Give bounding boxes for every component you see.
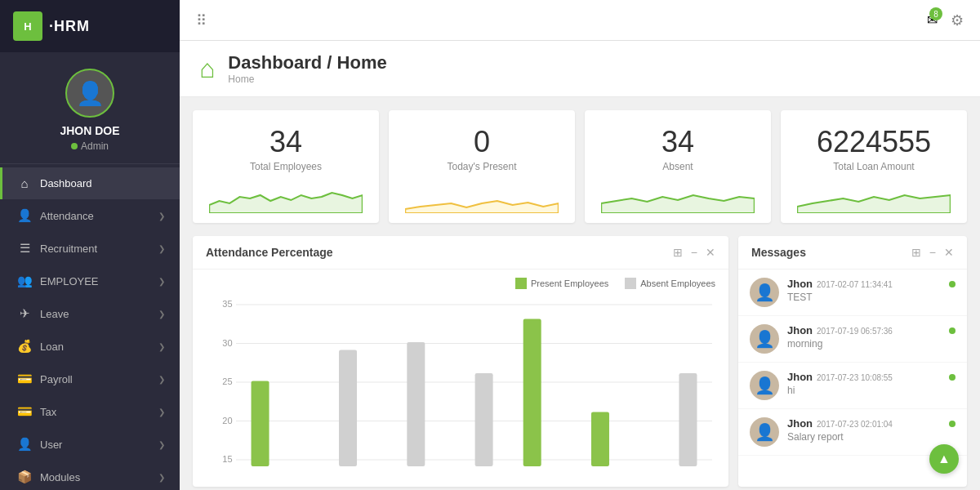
scroll-up-button[interactable]: ▲ bbox=[929, 444, 959, 474]
nav-arrow-tax: ❯ bbox=[158, 408, 165, 416]
message-unread-dot bbox=[949, 421, 956, 427]
sidebar-item-loan[interactable]: 💰 Loan ❯ bbox=[0, 330, 180, 363]
minimize-icon[interactable]: − bbox=[691, 246, 697, 259]
nav-icon-payroll: 💳 bbox=[17, 372, 32, 386]
message-item[interactable]: 👤 Jhon 2017-02-07 11:34:41 TEST bbox=[738, 270, 967, 316]
stat-label: Total Loan Amount bbox=[833, 161, 914, 172]
message-item[interactable]: 👤 Jhon 2017-07-23 10:08:55 hi bbox=[738, 363, 967, 409]
page-title: Dashboard / Home bbox=[228, 52, 386, 74]
nav-icon-user: 👤 bbox=[17, 437, 32, 452]
sidebar-item-dashboard[interactable]: ⌂ Dashboard bbox=[0, 167, 180, 199]
messages-title: Messages bbox=[751, 246, 806, 259]
message-content: Jhon 2017-07-23 02:01:04 Salary report bbox=[787, 417, 941, 443]
legend-label: Absent Employees bbox=[640, 278, 715, 288]
nav-label-payroll: Payroll bbox=[40, 373, 73, 385]
legend-color bbox=[625, 278, 636, 289]
message-time: 2017-07-19 06:57:36 bbox=[817, 327, 893, 336]
sidebar-item-attendance[interactable]: 👤 Attendance ❯ bbox=[0, 199, 180, 232]
nav-arrow-loan: ❯ bbox=[158, 342, 165, 351]
sidebar-item-recruitment[interactable]: ☰ Recruitment ❯ bbox=[0, 232, 180, 265]
page-title-block: Dashboard / Home Home bbox=[228, 52, 386, 85]
stat-card: 6224555 Total Loan Amount bbox=[781, 110, 967, 223]
message-text: TEST bbox=[787, 292, 941, 303]
message-sender: Jhon bbox=[787, 324, 813, 336]
nav-label-leave: Leave bbox=[40, 308, 69, 320]
gear-icon[interactable]: ⚙ bbox=[951, 11, 964, 29]
sparkline bbox=[797, 180, 951, 213]
logo-icon: H bbox=[13, 11, 42, 41]
logo-text: ·HRM bbox=[49, 18, 90, 35]
close-icon[interactable]: ✕ bbox=[944, 246, 954, 259]
stat-card: 34 Absent bbox=[585, 110, 771, 223]
sidebar-item-employee[interactable]: 👥 EMPLOYEE ❯ bbox=[0, 265, 180, 297]
sidebar-item-modules[interactable]: 📦 Modules ❯ bbox=[0, 461, 180, 490]
sidebar-item-tax[interactable]: 💳 Tax ❯ bbox=[0, 395, 180, 428]
bar-absent bbox=[679, 373, 697, 466]
legend-label: Present Employees bbox=[531, 278, 608, 288]
attendance-title: Attendance Percentage bbox=[206, 246, 333, 259]
sidebar-item-user[interactable]: 👤 User ❯ bbox=[0, 428, 180, 461]
messages-header: Messages ⊞ − ✕ bbox=[738, 236, 967, 270]
svg-text:15: 15 bbox=[222, 454, 232, 464]
sidebar-logo[interactable]: H ·HRM bbox=[0, 0, 180, 52]
nav-label-tax: Tax bbox=[40, 406, 56, 418]
bar-present bbox=[252, 381, 270, 467]
message-unread-dot bbox=[949, 281, 956, 287]
message-header: Jhon 2017-07-23 10:08:55 bbox=[787, 371, 941, 383]
message-avatar: 👤 bbox=[750, 278, 779, 307]
svg-text:20: 20 bbox=[222, 416, 232, 425]
message-text: hi bbox=[787, 385, 941, 396]
message-content: Jhon 2017-07-23 10:08:55 hi bbox=[787, 371, 941, 396]
minimize-icon[interactable]: − bbox=[929, 246, 936, 259]
sidebar-profile: 👤 JHON DOE Admin bbox=[0, 52, 180, 164]
page-breadcrumb: Home bbox=[228, 74, 386, 85]
dashboard-content: 34 Total Employees 0 Today's Present 34 … bbox=[180, 97, 980, 490]
expand-icon[interactable]: ⊞ bbox=[673, 246, 683, 259]
stat-number: 6224555 bbox=[817, 125, 931, 159]
sidebar-item-leave[interactable]: ✈ Leave ❯ bbox=[0, 297, 180, 330]
svg-text:35: 35 bbox=[222, 299, 232, 309]
nav-icon-employee: 👥 bbox=[17, 274, 32, 288]
nav-label-loan: Loan bbox=[40, 341, 64, 353]
profile-role: Admin bbox=[71, 140, 109, 152]
bottom-row: Attendance Percentage ⊞ − ✕ Present Empl… bbox=[193, 236, 967, 487]
message-item[interactable]: 👤 Jhon 2017-07-19 06:57:36 morning bbox=[738, 316, 967, 363]
message-time: 2017-02-07 11:34:41 bbox=[817, 280, 893, 289]
legend-color bbox=[515, 278, 527, 289]
nav-icon-loan: 💰 bbox=[17, 339, 32, 354]
grid-icon[interactable]: ⠿ bbox=[196, 11, 207, 29]
attendance-panel: Attendance Percentage ⊞ − ✕ Present Empl… bbox=[193, 236, 728, 487]
topbar-right: ✉ 8 ⚙ bbox=[927, 11, 964, 29]
legend-item: Absent Employees bbox=[625, 278, 715, 289]
topbar-left: ⠿ bbox=[196, 11, 207, 29]
nav-label-recruitment: Recruitment bbox=[40, 243, 97, 255]
main-content: ⠿ ✉ 8 ⚙ ⌂ Dashboard / Home Home 34 Total… bbox=[180, 0, 980, 490]
message-avatar: 👤 bbox=[750, 417, 779, 447]
nav-arrow-leave: ❯ bbox=[158, 310, 165, 318]
nav-icon-attendance: 👤 bbox=[17, 208, 32, 223]
svg-text:30: 30 bbox=[222, 338, 232, 348]
close-icon[interactable]: ✕ bbox=[706, 246, 715, 259]
message-sender: Jhon bbox=[787, 417, 813, 430]
stat-number: 0 bbox=[474, 125, 490, 159]
nav-icon-modules: 📦 bbox=[17, 470, 32, 484]
bar-absent bbox=[339, 350, 357, 467]
mail-icon-wrap[interactable]: ✉ 8 bbox=[927, 12, 938, 28]
topbar: ⠿ ✉ 8 ⚙ bbox=[180, 0, 980, 41]
message-text: morning bbox=[787, 338, 941, 350]
legend-item: Present Employees bbox=[515, 278, 608, 289]
sidebar-item-payroll[interactable]: 💳 Payroll ❯ bbox=[0, 363, 180, 395]
svg-text:25: 25 bbox=[222, 376, 232, 386]
expand-icon[interactable]: ⊞ bbox=[911, 246, 921, 259]
sparkline bbox=[405, 180, 559, 213]
attendance-body: Present Employees Absent Employees 35302… bbox=[193, 270, 728, 487]
message-text: Salary report bbox=[787, 431, 941, 443]
message-avatar: 👤 bbox=[750, 324, 779, 354]
stat-cards: 34 Total Employees 0 Today's Present 34 … bbox=[193, 110, 967, 223]
avatar: 👤 bbox=[65, 69, 114, 118]
nav-arrow-modules: ❯ bbox=[158, 473, 165, 482]
message-header: Jhon 2017-07-23 02:01:04 bbox=[787, 417, 941, 430]
message-header: Jhon 2017-02-07 11:34:41 bbox=[787, 278, 941, 290]
bar-present bbox=[591, 412, 609, 467]
mail-badge: 8 bbox=[929, 7, 942, 20]
